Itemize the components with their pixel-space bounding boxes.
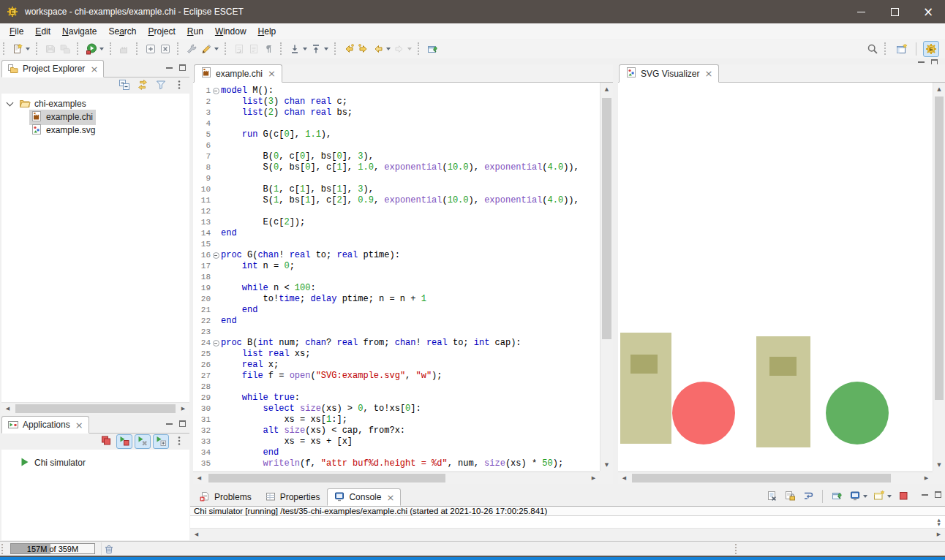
back-history-button[interactable] (342, 41, 356, 57)
tab-svg-visualizer[interactable]: SVG Visualizer × (619, 64, 719, 83)
svg-hscrollbar[interactable]: ◀ ▶ (618, 472, 933, 484)
fold-marker-icon[interactable] (213, 88, 219, 94)
del-box-button[interactable] (158, 41, 173, 57)
scroll-left-icon[interactable]: ◀ (618, 472, 630, 485)
refresh-doc-button[interactable] (232, 41, 246, 57)
pin-console-button[interactable] (829, 489, 845, 504)
scroll-left-icon[interactable]: ◀ (190, 529, 203, 541)
dropdown-arrow-icon[interactable] (303, 48, 307, 50)
menu-navigate[interactable]: Navigate (56, 25, 102, 38)
run-garbage-collector-button[interactable] (101, 542, 116, 555)
tree-item-chi-examples[interactable]: chi-examples (1, 97, 189, 110)
open-perspective-button[interactable] (895, 41, 909, 57)
run-stop-button[interactable] (116, 434, 132, 449)
highlight-pen-button[interactable] (199, 41, 220, 57)
add-box-button[interactable] (143, 41, 158, 57)
fold-marker-icon[interactable] (213, 340, 219, 347)
maximize-view-icon[interactable] (179, 64, 186, 71)
display-console-button[interactable] (847, 489, 869, 504)
scroll-up-icon[interactable]: ▲ (600, 83, 613, 95)
next-annotation-button[interactable] (287, 41, 309, 57)
scroll-right-icon[interactable]: ▶ (587, 472, 600, 485)
link-editor-button[interactable] (135, 78, 151, 93)
dropdown-arrow-icon[interactable] (407, 48, 412, 50)
dropdown-arrow-icon[interactable] (99, 48, 104, 50)
collapse-all-button[interactable] (116, 78, 132, 93)
open-console-button[interactable] (871, 489, 893, 504)
menu-file[interactable]: File (4, 25, 29, 38)
menu-help[interactable]: Help (252, 25, 282, 38)
console-vscrollbar[interactable]: ▲▼ (933, 516, 945, 528)
maximize-button[interactable] (878, 0, 911, 23)
close-icon[interactable]: × (386, 493, 394, 502)
prev-annotation-button[interactable] (309, 41, 330, 57)
view-menu-button[interactable] (171, 434, 187, 449)
close-button[interactable]: × (911, 0, 945, 23)
clear-console-button[interactable] (764, 489, 780, 504)
filter-button[interactable] (153, 78, 169, 93)
scroll-lock-button[interactable] (782, 489, 798, 504)
scroll-up-icon[interactable]: ▲ (933, 83, 945, 95)
save-button[interactable] (43, 41, 58, 57)
close-icon[interactable]: × (268, 69, 276, 78)
maximize-view-icon[interactable] (935, 491, 941, 498)
minimize-button[interactable] (844, 0, 878, 23)
terminate-all-button[interactable] (98, 434, 114, 449)
dropdown-arrow-icon[interactable] (324, 48, 328, 50)
project-explorer-hscrollbar[interactable]: ◀ ▶ (1, 402, 189, 415)
close-icon[interactable]: × (90, 64, 98, 74)
menu-run[interactable]: Run (181, 25, 209, 38)
tree-item-example-chi[interactable]: example.chi (1, 110, 189, 124)
editor-hscrollbar[interactable]: ◀ ▶ (193, 472, 600, 484)
dropdown-arrow-icon[interactable] (26, 48, 30, 50)
dropdown-arrow-icon[interactable] (386, 48, 391, 50)
scroll-down-icon[interactable]: ▼ (600, 458, 613, 471)
tree-item-example-svg[interactable]: example.svg (1, 124, 189, 137)
menu-project[interactable]: Project (142, 25, 181, 38)
tab-console[interactable]: Console× (327, 488, 401, 506)
terminate-button[interactable] (895, 489, 911, 504)
doc-button[interactable] (246, 41, 261, 57)
code-editor[interactable]: 1234567891011121314151617181920212223242… (193, 83, 600, 471)
scroll-left-icon[interactable]: ◀ (193, 472, 206, 485)
dropdown-arrow-icon[interactable] (887, 495, 892, 498)
tab-problems[interactable]: Problems (193, 488, 257, 506)
tab-applications[interactable]: Applications × (1, 416, 89, 434)
maximize-view-icon[interactable] (179, 420, 186, 427)
project-tree[interactable]: chi-examplesexample.chiexample.svg (1, 94, 189, 402)
run-chi-button[interactable] (84, 41, 105, 57)
minimize-view-icon[interactable] (166, 423, 173, 425)
application-item[interactable]: Chi simulator (1, 456, 189, 469)
editor-vscrollbar[interactable]: ▲ ▼ (600, 83, 613, 471)
close-icon[interactable]: × (75, 420, 83, 430)
save-all-button[interactable] (58, 41, 72, 57)
pilcrow-button[interactable] (261, 41, 276, 57)
view-menu-button[interactable] (171, 78, 187, 93)
search-button[interactable] (865, 41, 880, 57)
console-hscrollbar[interactable]: ◀ ▶ (190, 528, 945, 540)
pin-editor-button[interactable] (425, 41, 440, 57)
scroll-right-icon[interactable]: ▶ (933, 529, 945, 541)
minimize-view-icon[interactable] (922, 493, 928, 496)
dropdown-arrow-icon[interactable] (863, 495, 867, 498)
scroll-left-icon[interactable]: ◀ (1, 403, 14, 415)
word-wrap-button[interactable] (800, 489, 816, 504)
scroll-down-icon[interactable]: ▼ (933, 458, 945, 471)
scroll-right-icon[interactable]: ▶ (920, 472, 933, 485)
escet-perspective-button[interactable]: E (923, 41, 939, 57)
run-add-button[interactable] (153, 434, 169, 449)
new-wizard-button[interactable] (10, 41, 31, 57)
tab-properties[interactable]: Properties (259, 488, 326, 506)
menu-edit[interactable]: Edit (29, 25, 56, 38)
tab-project-explorer[interactable]: Project Explorer × (1, 60, 104, 77)
scroll-right-icon[interactable]: ▶ (177, 403, 189, 415)
expander-icon[interactable] (7, 99, 14, 106)
forward-history-button[interactable] (356, 41, 371, 57)
svg-vscrollbar[interactable]: ▲ ▼ (933, 83, 945, 471)
tab-example-chi[interactable]: example.chi × (194, 64, 282, 83)
wrench-button[interactable] (184, 41, 199, 57)
close-icon[interactable]: × (704, 69, 712, 78)
menu-search[interactable]: Search (102, 25, 142, 38)
run-remove-button[interactable] (135, 434, 151, 449)
fold-marker-icon[interactable] (213, 252, 219, 259)
